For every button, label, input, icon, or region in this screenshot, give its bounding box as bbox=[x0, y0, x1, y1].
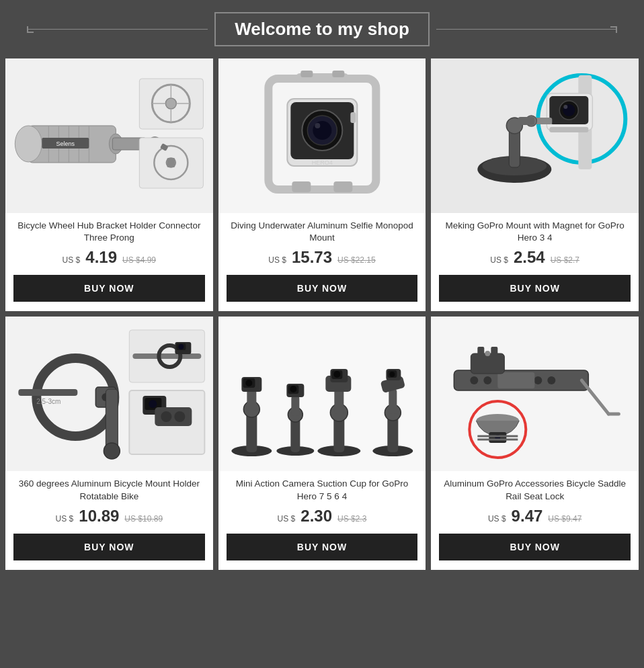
svg-point-1 bbox=[15, 126, 42, 162]
svg-line-114 bbox=[582, 380, 609, 414]
product-info-6: Aluminum GoPro Accessories Bicycle Saddl… bbox=[431, 471, 639, 533]
product-price-row-2: US $ 15.73 US $22.15 bbox=[227, 248, 418, 267]
svg-point-95 bbox=[333, 371, 340, 378]
page-title: Welcome to my shop bbox=[235, 19, 409, 39]
product-title-5: Mini Action Camera Suction Cup for GoPro… bbox=[227, 478, 418, 502]
price-current-4: 10.89 bbox=[79, 507, 119, 526]
svg-point-66 bbox=[178, 344, 184, 349]
page-header: Welcome to my shop bbox=[0, 0, 644, 53]
price-current-3: 2.54 bbox=[514, 248, 545, 267]
svg-rect-37 bbox=[350, 112, 356, 123]
product-card-1: Selens Bicycle Wheel Hub Bracket Holder … bbox=[5, 58, 213, 311]
svg-rect-29 bbox=[332, 71, 344, 77]
product-card-5: Mini Action Camera Suction Cup for GoPro… bbox=[218, 317, 426, 569]
svg-point-35 bbox=[315, 123, 320, 128]
svg-rect-60 bbox=[18, 389, 77, 396]
product-card-6: Aluminum GoPro Accessories Bicycle Saddl… bbox=[431, 317, 639, 569]
svg-rect-28 bbox=[300, 71, 313, 77]
buy-button-3[interactable]: BUY NOW bbox=[439, 275, 631, 302]
price-current-6: 9.47 bbox=[512, 507, 543, 526]
svg-rect-45 bbox=[550, 127, 589, 132]
product-price-row-6: US $ 9.47 US $9.47 bbox=[439, 507, 631, 526]
svg-rect-111 bbox=[478, 347, 485, 356]
price-label-2: US $ bbox=[268, 255, 286, 265]
product-price-row-4: US $ 10.89 US $10.89 bbox=[13, 507, 205, 526]
svg-point-87 bbox=[290, 386, 296, 392]
svg-point-113 bbox=[485, 351, 491, 356]
price-original-6: US $9.47 bbox=[548, 514, 581, 524]
product-image-4: 2.5-3cm bbox=[5, 317, 213, 471]
product-info-3: Meking GoPro Mount with Magnet for GoPro… bbox=[431, 213, 639, 275]
svg-rect-112 bbox=[491, 347, 498, 356]
price-current-2: 15.73 bbox=[292, 248, 332, 267]
svg-point-70 bbox=[149, 400, 157, 408]
product-price-row-3: US $ 2.54 US $2.7 bbox=[439, 248, 631, 267]
price-original-1: US $4.99 bbox=[122, 255, 156, 265]
product-title-4: 360 degrees Aluminum Bicycle Mount Holde… bbox=[13, 478, 205, 502]
product-image-3 bbox=[431, 58, 639, 213]
price-current-1: 4.19 bbox=[85, 248, 117, 267]
price-label-1: US $ bbox=[63, 255, 81, 265]
buy-button-1[interactable]: BUY NOW bbox=[13, 275, 205, 302]
product-card-3: Meking GoPro Mount with Magnet for GoPro… bbox=[431, 58, 639, 311]
svg-rect-62 bbox=[132, 353, 201, 359]
svg-text:Selens: Selens bbox=[56, 140, 75, 147]
product-image-1: Selens bbox=[5, 58, 213, 213]
svg-rect-22 bbox=[167, 158, 175, 167]
product-title-6: Aluminum GoPro Accessories Bicycle Saddl… bbox=[439, 478, 631, 502]
product-title-3: Meking GoPro Mount with Magnet for GoPro… bbox=[439, 220, 631, 244]
product-info-2: Diving Underwater Aluminum Selfie Monopo… bbox=[218, 213, 426, 275]
svg-point-59 bbox=[104, 443, 120, 459]
product-grid: Selens Bicycle Wheel Hub Bracket Holder … bbox=[0, 53, 644, 575]
svg-text:HERO4: HERO4 bbox=[311, 159, 332, 166]
buy-button-4[interactable]: BUY NOW bbox=[13, 534, 205, 560]
price-label-3: US $ bbox=[490, 255, 508, 265]
svg-point-106 bbox=[484, 376, 492, 384]
svg-rect-110 bbox=[471, 353, 505, 374]
svg-rect-52 bbox=[518, 117, 535, 125]
svg-point-107 bbox=[534, 376, 542, 384]
product-card-4: 2.5-3cm bbox=[5, 317, 213, 569]
svg-rect-91 bbox=[334, 389, 344, 414]
buy-button-6[interactable]: BUY NOW bbox=[439, 534, 631, 560]
price-original-2: US $22.15 bbox=[337, 255, 376, 265]
product-price-row-1: US $ 4.19 US $4.99 bbox=[13, 248, 205, 267]
product-image-2: HERO4 bbox=[218, 58, 426, 213]
header-left-line bbox=[27, 29, 208, 30]
price-original-4: US $10.89 bbox=[124, 514, 163, 524]
product-title-1: Bicycle Wheel Hub Bracket Holder Connect… bbox=[13, 220, 205, 244]
svg-rect-99 bbox=[389, 389, 397, 414]
svg-rect-71 bbox=[155, 407, 192, 426]
buy-button-5[interactable]: BUY NOW bbox=[227, 534, 418, 560]
svg-point-80 bbox=[245, 380, 252, 386]
product-info-1: Bicycle Wheel Hub Bracket Holder Connect… bbox=[5, 213, 213, 275]
svg-text:2.5-3cm: 2.5-3cm bbox=[36, 398, 61, 405]
product-card-2: HERO4 Diving Underwater Aluminum Selfie … bbox=[218, 58, 426, 311]
price-label-5: US $ bbox=[278, 514, 296, 524]
buy-button-2[interactable]: BUY NOW bbox=[227, 275, 418, 302]
product-price-row-5: US $ 2.30 US $2.3 bbox=[227, 507, 418, 526]
product-info-5: Mini Action Camera Suction Cup for GoPro… bbox=[218, 471, 426, 533]
header-right-line bbox=[436, 29, 617, 30]
svg-point-108 bbox=[548, 376, 556, 384]
svg-point-44 bbox=[564, 105, 568, 109]
svg-point-105 bbox=[471, 376, 479, 384]
price-label-6: US $ bbox=[488, 514, 506, 524]
svg-point-14 bbox=[165, 98, 176, 109]
price-current-5: 2.30 bbox=[300, 507, 332, 526]
svg-rect-109 bbox=[498, 372, 535, 388]
svg-rect-58 bbox=[106, 389, 118, 450]
svg-point-73 bbox=[174, 411, 185, 422]
svg-point-103 bbox=[389, 372, 395, 377]
product-image-6 bbox=[431, 317, 639, 471]
svg-rect-27 bbox=[333, 181, 352, 192]
price-original-3: US $2.7 bbox=[551, 255, 579, 265]
price-label-4: US $ bbox=[56, 514, 74, 524]
product-image-5 bbox=[218, 317, 426, 471]
svg-rect-77 bbox=[247, 389, 256, 411]
product-info-4: 360 degrees Aluminum Bicycle Mount Holde… bbox=[5, 471, 213, 533]
product-title-2: Diving Underwater Aluminum Selfie Monopo… bbox=[227, 220, 418, 244]
price-original-5: US $2.3 bbox=[337, 514, 366, 524]
svg-rect-84 bbox=[291, 396, 299, 416]
header-title-box: Welcome to my shop bbox=[214, 12, 430, 46]
